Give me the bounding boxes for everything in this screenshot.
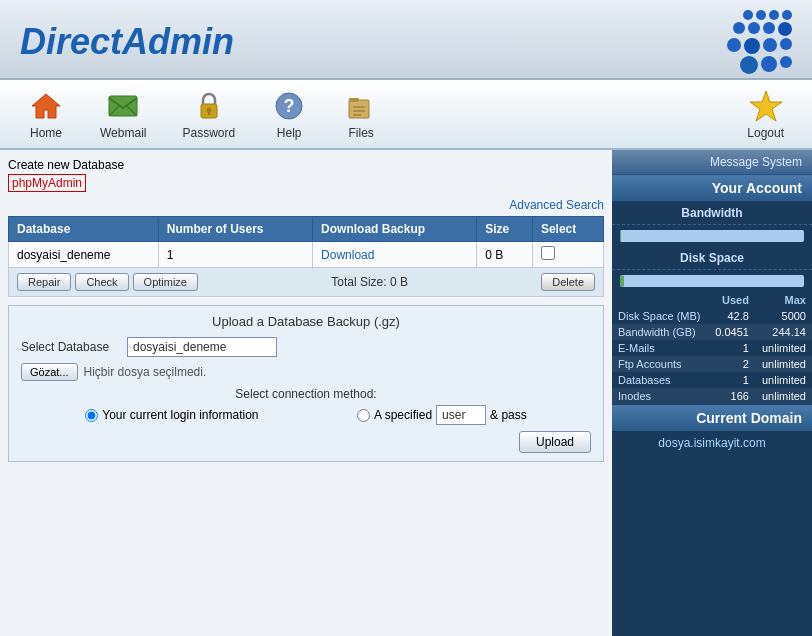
bandwidth-subtitle: Bandwidth <box>612 202 812 225</box>
advanced-search-link[interactable]: Advanced Search <box>8 198 604 212</box>
check-button[interactable]: Check <box>75 273 128 291</box>
optimize-button[interactable]: Optimize <box>133 273 198 291</box>
header: DirectAdmin <box>0 0 812 80</box>
radio-specified-label: A specified <box>374 408 432 422</box>
home-icon <box>28 88 64 124</box>
stat-used: 2 <box>708 356 755 372</box>
total-size-label: Total Size: 0 B <box>202 275 537 289</box>
stats-col-used: Used <box>708 292 755 308</box>
nav-webmail[interactable]: Webmail <box>82 83 164 145</box>
nav-logout[interactable]: Logout <box>729 83 802 145</box>
bandwidth-bar-row <box>612 225 812 247</box>
stat-used: 1 <box>708 340 755 356</box>
delete-button[interactable]: Delete <box>541 273 595 291</box>
logo: DirectAdmin <box>20 21 234 63</box>
stats-row: Databases 1 unlimited <box>612 372 812 388</box>
database-table: Database Number of Users Download Backup… <box>8 216 604 268</box>
stat-label: Databases <box>612 372 708 388</box>
user-input[interactable] <box>436 405 486 425</box>
bandwidth-bar-fill <box>620 230 621 242</box>
select-checkbox[interactable] <box>541 246 555 260</box>
stat-max: unlimited <box>755 340 812 356</box>
upload-title: Upload a Database Backup (.gz) <box>21 314 591 329</box>
nav-help-label: Help <box>277 126 302 140</box>
logo-text: DirectAdmin <box>20 21 234 62</box>
nav-files[interactable]: Files <box>325 83 397 145</box>
svg-rect-4 <box>208 111 210 115</box>
stat-label: Inodes <box>612 388 708 404</box>
create-database-link[interactable]: Create new Database <box>8 158 604 172</box>
stat-label: E-Mails <box>612 340 708 356</box>
col-download: Download Backup <box>313 217 477 242</box>
navbar: Home Webmail Password ? <box>0 80 812 150</box>
bandwidth-bar-container <box>620 230 804 242</box>
svg-marker-12 <box>750 91 782 121</box>
select-database-row: Select Database <box>21 337 591 357</box>
col-select: Select <box>532 217 603 242</box>
main-layout: Create new Database phpMyAdmin Advanced … <box>0 150 812 636</box>
upload-btn-row: Upload <box>21 431 591 453</box>
stat-used: 0.0451 <box>708 324 755 340</box>
nav-home[interactable]: Home <box>10 83 82 145</box>
stat-max: 5000 <box>755 308 812 324</box>
stat-max: 244.14 <box>755 324 812 340</box>
col-database: Database <box>9 217 159 242</box>
phpmyadmin-link[interactable]: phpMyAdmin <box>8 174 86 192</box>
your-account-title: Your Account <box>612 175 812 202</box>
select-database-input[interactable] <box>127 337 277 357</box>
col-users: Number of Users <box>158 217 312 242</box>
browse-button[interactable]: Gözat... <box>21 363 78 381</box>
nav-password[interactable]: Password <box>164 83 253 145</box>
stats-row: Disk Space (MB) 42.8 5000 <box>612 308 812 324</box>
col-size: Size <box>477 217 533 242</box>
radio-current-option[interactable]: Your current login information <box>85 408 258 422</box>
cell-download[interactable]: Download <box>313 242 477 268</box>
stats-row: E-Mails 1 unlimited <box>612 340 812 356</box>
disk-space-subtitle: Disk Space <box>612 247 812 270</box>
browse-row: Gözat... Hiçbir dosya seçilmedi. <box>21 363 591 381</box>
radio-specified-input[interactable] <box>357 409 370 422</box>
svg-rect-1 <box>109 96 137 116</box>
repair-button[interactable]: Repair <box>17 273 71 291</box>
email-icon <box>105 88 141 124</box>
sidebar: Message System Your Account Bandwidth Di… <box>612 150 812 636</box>
upload-button[interactable]: Upload <box>519 431 591 453</box>
upload-section: Upload a Database Backup (.gz) Select Da… <box>8 305 604 462</box>
table-row: dosyaisi_deneme 1 Download 0 B <box>9 242 604 268</box>
select-database-label: Select Database <box>21 340 121 354</box>
logo-dots <box>727 10 792 74</box>
nav-webmail-label: Webmail <box>100 126 146 140</box>
stat-used: 42.8 <box>708 308 755 324</box>
stat-max: unlimited <box>755 356 812 372</box>
stat-used: 166 <box>708 388 755 404</box>
pass-label: & pass <box>490 408 527 422</box>
radio-current-input[interactable] <box>85 409 98 422</box>
radio-row: Your current login information A specifi… <box>21 405 591 425</box>
action-row: Repair Check Optimize Total Size: 0 B De… <box>8 267 604 297</box>
current-domain-title: Current Domain <box>612 404 812 431</box>
nav-home-label: Home <box>30 126 62 140</box>
stats-table: Used Max Disk Space (MB) 42.8 5000 Bandw… <box>612 292 812 404</box>
content-area: Create new Database phpMyAdmin Advanced … <box>0 150 612 636</box>
no-file-text: Hiçbir dosya seçilmedi. <box>84 365 207 379</box>
files-icon <box>343 88 379 124</box>
radio-current-label: Your current login information <box>102 408 258 422</box>
svg-text:?: ? <box>284 96 295 116</box>
stats-row: Ftp Accounts 2 unlimited <box>612 356 812 372</box>
nav-help[interactable]: ? Help <box>253 83 325 145</box>
radio-specified-option[interactable]: A specified & pass <box>357 405 527 425</box>
stats-col-label <box>612 292 708 308</box>
nav-logout-label: Logout <box>747 126 784 140</box>
cell-users: 1 <box>158 242 312 268</box>
cell-select[interactable] <box>532 242 603 268</box>
message-system-link[interactable]: Message System <box>612 150 812 175</box>
disk-space-bar-fill <box>620 275 624 287</box>
disk-space-bar-container <box>620 275 804 287</box>
nav-files-label: Files <box>348 126 373 140</box>
select-method-title: Select connection method: <box>21 387 591 401</box>
cell-size: 0 B <box>477 242 533 268</box>
stat-max: unlimited <box>755 372 812 388</box>
cell-database: dosyaisi_deneme <box>9 242 159 268</box>
stat-label: Ftp Accounts <box>612 356 708 372</box>
stat-label: Bandwidth (GB) <box>612 324 708 340</box>
